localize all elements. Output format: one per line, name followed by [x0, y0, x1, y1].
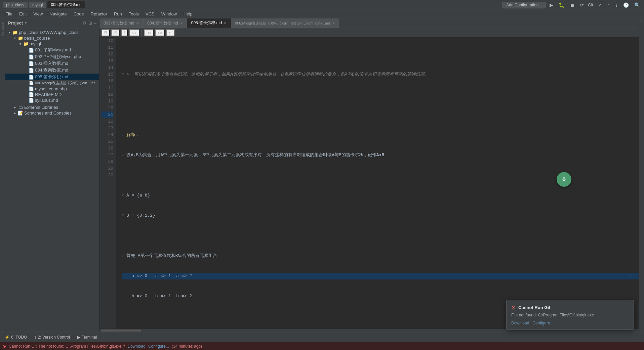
- tree-004-label: 004.查询数据.md: [35, 67, 99, 73]
- time-ago: (34 minutes ago): [172, 344, 202, 349]
- run-icon[interactable]: ▶: [548, 2, 555, 8]
- menu-run[interactable]: Run: [111, 11, 125, 17]
- sidebar-header: Project ▾ ⚙ ⊞ –: [5, 18, 99, 28]
- tab-003-close[interactable]: ✕: [136, 21, 139, 25]
- italic-button[interactable]: I: [121, 29, 128, 36]
- strikethrough-button[interactable]: S: [111, 29, 120, 36]
- fold-arrow-20[interactable]: ▽: [122, 253, 126, 259]
- sidebar-settings-icon[interactable]: ⚙: [82, 20, 86, 26]
- configure-link[interactable]: Configure...: [148, 344, 169, 349]
- tree-file-006[interactable]: 📄 006.Mysql表连接笛卡尔积（join，left join，right …: [5, 80, 99, 86]
- tree-arrow-root: ▾: [7, 31, 12, 34]
- title-tab-phpclass[interactable]: php_class: [3, 2, 28, 8]
- error-icon: ⊗: [3, 344, 6, 349]
- tree-file-syllabus[interactable]: 📄 syllabus.md: [5, 97, 99, 103]
- code-button[interactable]: <>: [129, 29, 139, 36]
- stop-icon[interactable]: ⏹: [568, 2, 576, 8]
- fold-arrow-15[interactable]: ▽: [122, 152, 126, 159]
- tree-file-004[interactable]: 📄 004.查询数据.md: [5, 67, 99, 74]
- folder-icon: 📁: [12, 30, 18, 35]
- title-tab-file[interactable]: 005.笛卡尔积.md: [47, 1, 85, 8]
- tree-file-003[interactable]: 📄 003.插入数据.md: [5, 60, 99, 67]
- debug-icon[interactable]: 🐛: [557, 2, 566, 8]
- tree-conn-label: mysql_conn.php: [35, 86, 99, 91]
- tree-mysql-label: mysql: [30, 41, 99, 46]
- fold-arrow-18[interactable]: ▽: [122, 212, 126, 219]
- fold-arrow-17[interactable]: ▽: [122, 192, 126, 199]
- tree-scratches[interactable]: ▸ 📝 Scratches and Consoles: [5, 110, 99, 116]
- cursor-indicator: |: [630, 273, 632, 279]
- tree-basis-course[interactable]: ▾ 📁 basis_course: [5, 35, 99, 41]
- fold-arrow-14[interactable]: ▽: [122, 132, 126, 138]
- translate-widget[interactable]: 英: [557, 172, 571, 187]
- menu-file[interactable]: File: [3, 11, 15, 17]
- undo-button[interactable]: ↩: [166, 29, 175, 36]
- prev-button[interactable]: ⏮: [144, 29, 154, 36]
- translate-icon: 英: [562, 177, 566, 182]
- todo-icon: ⚡: [5, 335, 10, 340]
- tree-003-label: 003.插入数据.md: [35, 60, 99, 67]
- tree-external-libs[interactable]: ▸ 🗃 External Libraries: [5, 104, 99, 110]
- tree-mysql[interactable]: ▾ 📁 mysql: [5, 41, 99, 47]
- next-button[interactable]: ⏭: [155, 29, 165, 36]
- tab-todo[interactable]: ⚡ 6: TODO: [3, 334, 29, 340]
- git-update-icon[interactable]: ↑: [606, 2, 611, 8]
- tab-005-close[interactable]: ✕: [224, 21, 227, 25]
- tree-file-readme[interactable]: 📄 README.MD: [5, 92, 99, 97]
- tab-004[interactable]: 004.查询数据.md ✕: [143, 18, 187, 28]
- tab-version-control[interactable]: ↕ 2: Version Control: [33, 334, 72, 340]
- bold-button[interactable]: B: [102, 29, 110, 36]
- tree-002-label: 002.PHP链接Mysql.php: [35, 54, 99, 60]
- tree-file-005[interactable]: 📄 005.笛卡尔积.md: [5, 74, 99, 80]
- tree-file-002[interactable]: 📄 002.PHP链接Mysql.php: [5, 53, 99, 60]
- tree-root[interactable]: ▾ 📁 php_class D:\WWW\php_class: [5, 30, 99, 35]
- vc-icon: ↕: [35, 335, 37, 340]
- title-tab-mysql[interactable]: mysql: [29, 2, 46, 8]
- menu-view[interactable]: View: [31, 11, 45, 17]
- sidebar-close-icon[interactable]: –: [94, 20, 96, 26]
- add-configuration-button[interactable]: Add Configuration...: [502, 2, 546, 8]
- menu-edit[interactable]: Edit: [16, 11, 29, 17]
- tab-006-close[interactable]: ✕: [332, 21, 335, 25]
- md-file-icon: 📄: [28, 98, 34, 103]
- tab-003[interactable]: 003.插入数据.md ✕: [99, 18, 143, 28]
- git-push-icon[interactable]: ↓: [614, 2, 619, 8]
- ext-libs-label: External Libraries: [24, 105, 99, 110]
- sidebar: Project ▾ ⚙ ⊞ – ▾ 📁 php_class D:\WWW\php…: [5, 18, 99, 332]
- menu-window[interactable]: Window: [159, 11, 179, 17]
- sidebar-content: ▾ 📁 php_class D:\WWW\php_class ▾ 📁 basis…: [5, 28, 99, 332]
- scratches-label: Scratches and Consoles: [24, 111, 99, 116]
- tree-basis-label: basis_course: [24, 36, 99, 41]
- h-scroll-thumb[interactable]: [101, 330, 141, 332]
- menu-vcs[interactable]: VCS: [143, 11, 157, 17]
- title-bar: php_class mysql 005.笛卡尔积.md Add Configur…: [0, 0, 644, 10]
- editor-toolbar: B S I <> ⏮ ⏭ ↩: [99, 28, 639, 38]
- tab-004-close[interactable]: ✕: [180, 21, 183, 25]
- menu-navigate[interactable]: Navigate: [47, 11, 69, 17]
- sidebar-expand-icon[interactable]: ⊞: [88, 20, 92, 26]
- notif-download-link[interactable]: Download: [511, 321, 529, 325]
- code-line-17: ▽ A = {a,b}: [122, 192, 639, 199]
- tree-arrow-ext: ▸: [12, 105, 17, 109]
- notification-popup: ⊗ Cannot Run Git File not found: C:\Prog…: [506, 300, 634, 330]
- code-line-19: [122, 232, 639, 239]
- rerun-icon[interactable]: ⟳: [578, 2, 585, 8]
- menu-refactor[interactable]: Refactor: [88, 11, 110, 17]
- tree-file-001[interactable]: 📄 001.了解Mysql.md: [5, 47, 99, 53]
- menu-code[interactable]: Code: [71, 11, 87, 17]
- search-icon[interactable]: 🔍: [633, 2, 641, 8]
- tab-terminal[interactable]: ▶ Terminal: [75, 334, 99, 340]
- menu-tools[interactable]: Tools: [126, 11, 142, 17]
- md-file-icon: 📄: [28, 61, 34, 66]
- git-check-icon[interactable]: ✓: [597, 2, 604, 8]
- menu-help[interactable]: Help: [181, 11, 195, 17]
- notif-configure-link[interactable]: Configure...: [532, 321, 553, 325]
- tab-006[interactable]: 006.Mysql表连接笛卡尔积（join，left join，right jo…: [231, 18, 339, 28]
- md-file-icon: 📄: [28, 48, 34, 53]
- tree-file-conn[interactable]: 📄 mysql_conn.php: [5, 86, 99, 92]
- clock-icon[interactable]: 🕐: [622, 2, 630, 8]
- tree-arrow-basis: ▾: [12, 36, 17, 40]
- tab-005[interactable]: 005.笛卡尔积.md ✕: [187, 18, 231, 28]
- fold-arrow-11[interactable]: ▽: [122, 71, 126, 78]
- download-link[interactable]: Download: [128, 344, 146, 349]
